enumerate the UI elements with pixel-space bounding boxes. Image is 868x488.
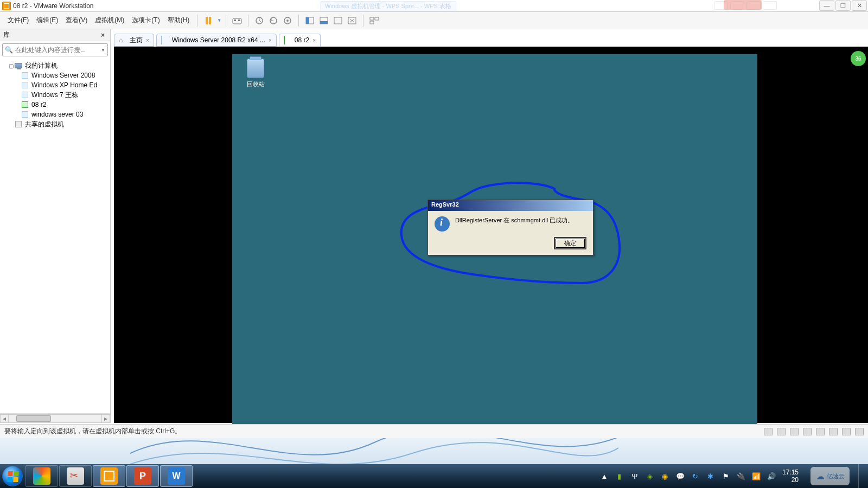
search-input[interactable] xyxy=(15,46,101,54)
host-system-tray: ▲ ▮ Ψ ◈ ◉ 💬 ↻ ✱ ⚑ 🔌 📶 🔊 17:15 20 ☁ 亿速云 xyxy=(600,464,868,488)
menu-edit[interactable]: 编辑(E) xyxy=(33,15,61,26)
tree-root-my-computer[interactable]: ▢ 我的计算机 xyxy=(0,61,110,70)
guest-desktop[interactable]: 回收站 RegSvr32 DllRegisterServer 在 schmmgm… xyxy=(232,54,757,450)
svg-rect-13 xyxy=(370,17,374,20)
minimize-button[interactable]: — xyxy=(819,0,834,11)
tray-usb-icon[interactable]: Ψ xyxy=(630,472,639,480)
svg-rect-15 xyxy=(370,21,374,24)
tray-chat-icon[interactable]: 💬 xyxy=(676,472,685,480)
vmware-app-icon xyxy=(2,2,11,10)
search-icon: 🔍 xyxy=(5,46,13,54)
taskbar-app-snipping[interactable] xyxy=(59,465,92,487)
status-msg-icon[interactable] xyxy=(855,428,864,435)
console-view-button[interactable] xyxy=(331,14,344,27)
scroll-left-icon[interactable]: ◂ xyxy=(0,414,9,423)
library-close-icon[interactable]: × xyxy=(99,31,107,39)
tree-vm[interactable]: Windows 7 王栋 xyxy=(0,90,110,100)
tray-bluetooth-icon[interactable]: ✱ xyxy=(706,472,715,480)
regsvr32-dialog: RegSvr32 DllRegisterServer 在 schmmgmt.dl… xyxy=(427,200,593,255)
maximize-button[interactable]: ❐ xyxy=(835,0,851,11)
power-dropdown-icon[interactable]: ▼ xyxy=(217,18,221,23)
snapshot-manager-button[interactable] xyxy=(281,14,294,27)
menu-vm[interactable]: 虚拟机(M) xyxy=(92,15,127,26)
status-net-icon[interactable] xyxy=(790,428,799,435)
send-cad-button[interactable] xyxy=(231,14,244,27)
show-desktop-button[interactable] xyxy=(858,464,864,488)
powerpoint-icon: P xyxy=(134,467,151,485)
tray-up-icon[interactable]: ▲ xyxy=(600,472,609,480)
stretch-button[interactable] xyxy=(346,14,359,27)
scroll-right-icon[interactable]: ▸ xyxy=(101,414,110,423)
tab-home[interactable]: ⌂ 主页 × xyxy=(114,34,154,47)
svg-rect-11 xyxy=(334,17,342,24)
windows-logo-icon xyxy=(2,466,23,486)
tray-shield-icon[interactable]: ◈ xyxy=(646,472,654,480)
svg-rect-8 xyxy=(306,17,309,24)
status-display-icon[interactable] xyxy=(842,428,851,435)
svg-rect-2 xyxy=(238,20,240,21)
tree-vm[interactable]: 08 r2 xyxy=(0,100,110,110)
taskbar-app-powerpoint[interactable]: P xyxy=(126,465,159,487)
scissors-icon xyxy=(67,467,84,485)
info-icon xyxy=(435,216,450,232)
tray-battery-icon[interactable]: ▮ xyxy=(615,472,624,480)
library-search[interactable]: 🔍 ▼ xyxy=(2,43,108,56)
vm-on-icon xyxy=(284,36,291,44)
tray-sync-icon[interactable]: ↻ xyxy=(691,472,700,480)
tab-vm-2008[interactable]: Windows Server 2008 R2 x64 ... × xyxy=(156,34,277,47)
status-hdd-icon[interactable] xyxy=(764,428,773,435)
fullscreen-button[interactable] xyxy=(303,14,316,27)
tree-vm[interactable]: Windows XP Home Ed xyxy=(0,80,110,90)
menu-tabs[interactable]: 选项卡(T) xyxy=(129,15,163,26)
tab-close-icon[interactable]: × xyxy=(269,37,272,43)
host-start-button[interactable] xyxy=(0,464,25,488)
background-browser-tab: Windows 虚拟机管理 - WPS Spre... - WPS 表格 xyxy=(320,0,456,12)
ok-button[interactable]: 确定 xyxy=(554,237,586,249)
unity-button[interactable] xyxy=(317,14,330,27)
tray-flag-icon[interactable]: ⚑ xyxy=(722,472,730,480)
dialog-title[interactable]: RegSvr32 xyxy=(428,200,593,211)
status-cd-icon[interactable] xyxy=(777,428,786,435)
taskbar-app-360[interactable] xyxy=(25,465,58,487)
tab-close-icon[interactable]: × xyxy=(146,37,149,43)
host-titlebar: 08 r2 - VMware Workstation Windows 虚拟机管理… xyxy=(0,0,868,12)
menu-view[interactable]: 查看(V) xyxy=(62,15,91,26)
close-button[interactable]: ✕ xyxy=(852,0,867,11)
vm-console-frame[interactable]: 回收站 RegSvr32 DllRegisterServer 在 schmmgm… xyxy=(114,47,868,423)
status-sound-icon[interactable] xyxy=(816,428,825,435)
recycle-bin-icon xyxy=(247,59,264,78)
menu-file[interactable]: 文件(F) xyxy=(4,15,32,26)
tree-vm[interactable]: Windows Server 2008 xyxy=(0,70,110,80)
tray-power-icon[interactable]: 🔌 xyxy=(737,472,745,480)
search-dropdown-icon[interactable]: ▼ xyxy=(101,48,105,53)
background-window-controls xyxy=(714,1,777,10)
tree-vm[interactable]: windows sever 03 xyxy=(0,110,110,119)
tray-360-icon[interactable]: ◉ xyxy=(661,472,669,480)
thumbnail-button[interactable] xyxy=(368,14,381,27)
revert-snapshot-button[interactable] xyxy=(267,14,280,27)
tab-vm-08r2[interactable]: 08 r2 × xyxy=(279,34,321,47)
menu-help[interactable]: 帮助(H) xyxy=(164,15,193,26)
yisuyun-watermark: ☁ 亿速云 xyxy=(810,467,850,485)
tray-wifi-icon[interactable]: 📶 xyxy=(752,472,761,480)
tray-sound-icon[interactable]: 🔊 xyxy=(767,472,776,480)
status-usb-icon[interactable] xyxy=(803,428,812,435)
svg-point-6 xyxy=(286,20,289,22)
vm-icon xyxy=(161,36,169,44)
library-hscrollbar[interactable]: ◂ ▸ xyxy=(0,413,110,423)
taskbar-app-wps[interactable]: W xyxy=(160,465,193,487)
recycle-bin[interactable]: 回收站 xyxy=(242,59,269,88)
library-title: 库 xyxy=(3,30,10,40)
taskbar-app-vmware[interactable] xyxy=(93,465,125,487)
host-clock[interactable]: 17:15 20 xyxy=(782,468,801,484)
360-badge-icon[interactable]: 36 xyxy=(851,51,866,66)
pause-button[interactable] xyxy=(202,14,215,27)
tab-close-icon[interactable]: × xyxy=(312,37,316,43)
scroll-thumb[interactable] xyxy=(16,415,51,422)
snapshot-button[interactable] xyxy=(253,14,266,27)
tree-shared-vms[interactable]: 共享的虚拟机 xyxy=(0,119,110,129)
status-printer-icon[interactable] xyxy=(829,428,838,435)
status-hint: 要将输入定向到该虚拟机，请在虚拟机内部单击或按 Ctrl+G。 xyxy=(4,427,181,436)
svg-rect-14 xyxy=(375,17,379,20)
host-desktop-background xyxy=(0,438,868,464)
